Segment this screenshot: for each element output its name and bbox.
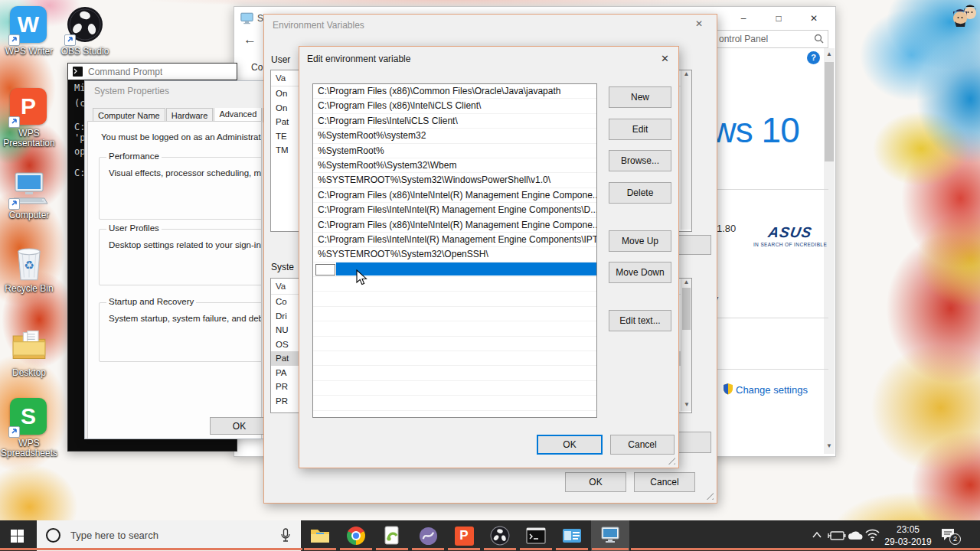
env-ok-button[interactable]: OK xyxy=(565,472,626,492)
desktop-icon-wps-spreadsheets[interactable]: S WPS Spreadsheets xyxy=(0,398,58,458)
path-list-item[interactable]: C:\Program Files (x86)\Intel\iCLS Client… xyxy=(313,99,596,113)
nav-fragment[interactable]: Co xyxy=(251,62,263,73)
desktop-icon-obs-studio[interactable]: OBS Studio xyxy=(56,6,114,57)
desktop-icon-label: Desktop xyxy=(0,368,58,378)
sysprops-ok-button[interactable]: OK xyxy=(210,417,265,435)
desktop-icon-desktop-folder[interactable]: Desktop xyxy=(0,328,58,378)
resize-grip[interactable] xyxy=(667,456,675,465)
empty-row[interactable] xyxy=(313,337,596,351)
path-list-item[interactable]: %SystemRoot%\system32 xyxy=(313,129,596,143)
edit-text-button[interactable]: Edit text... xyxy=(609,310,671,331)
system-table-scrollbar[interactable]: ▲ ▼ xyxy=(681,279,691,411)
close-icon[interactable]: ✕ xyxy=(661,53,669,64)
back-arrow-icon[interactable]: ← xyxy=(243,32,256,47)
path-list-item[interactable]: %SYSTEMROOT%\System32\OpenSSH\ xyxy=(313,247,596,262)
taskbar-system-window-active[interactable] xyxy=(591,520,629,551)
microphone-icon[interactable] xyxy=(280,528,291,543)
file-explorer-icon xyxy=(310,527,330,544)
browse-button[interactable]: Browse... xyxy=(609,150,671,171)
running-indicator xyxy=(556,548,588,550)
user-profiles-group: User Profiles Desktop settings related t… xyxy=(99,229,262,285)
empty-row[interactable] xyxy=(313,366,596,380)
path-list-item[interactable]: C:\Program Files\Intel\iCLS Client\ xyxy=(313,114,596,129)
cpu-speed-fragment: 1.80 xyxy=(717,223,736,234)
change-settings-link[interactable]: Change settings xyxy=(736,384,808,396)
desktop-icon-recycle-bin[interactable]: ♻ Recycle Bin xyxy=(0,243,58,294)
user-table-scrollbar[interactable]: ▲ xyxy=(681,70,691,230)
path-list-item[interactable]: %SYSTEMROOT%\System32\WindowsPowerShell\… xyxy=(313,173,596,187)
window-scrollbar[interactable]: ▲ ▼ xyxy=(824,48,835,454)
mouse-cursor xyxy=(356,269,368,286)
search-placeholder: Type here to search xyxy=(70,530,158,541)
clock[interactable]: 23:05 29-03-2019 xyxy=(880,523,936,548)
new-button[interactable]: New xyxy=(609,86,671,108)
path-list[interactable]: C:\Program Files (x86)\Common Files\Orac… xyxy=(312,83,597,418)
desktop-icon-wps-presentation[interactable]: P WPS Presentation xyxy=(0,88,58,148)
ok-button[interactable]: OK xyxy=(537,435,603,455)
shortcut-arrow-icon xyxy=(8,198,20,210)
taskbar-search-box[interactable]: Type here to search xyxy=(37,520,301,551)
taskbar-file-explorer[interactable] xyxy=(303,520,337,551)
empty-row[interactable] xyxy=(313,321,596,336)
move-down-button[interactable]: Move Down xyxy=(609,262,671,283)
help-icon[interactable]: ? xyxy=(807,51,820,64)
path-list-item[interactable]: C:\Program Files (x86)\Intel\Intel(R) Ma… xyxy=(313,218,596,233)
cancel-button[interactable]: Cancel xyxy=(610,435,675,455)
env-cancel-button[interactable]: Cancel xyxy=(634,472,695,492)
edit-button[interactable]: Edit xyxy=(609,119,671,140)
taskbar-chrome[interactable] xyxy=(339,520,373,551)
tray-date: 29-03-2019 xyxy=(880,536,936,548)
delete-button[interactable]: Delete xyxy=(609,182,671,204)
taskbar-notepad-plus-plus[interactable] xyxy=(375,520,409,551)
empty-row[interactable] xyxy=(313,396,596,410)
wifi-icon[interactable] xyxy=(865,529,880,541)
running-indicator xyxy=(592,548,629,550)
path-list-item[interactable]: %SystemRoot%\System32\Wbem xyxy=(313,158,596,173)
bittorrent-icon xyxy=(419,527,438,546)
empty-row[interactable] xyxy=(313,292,596,306)
folder-icon xyxy=(11,328,47,363)
recycle-bin-icon: ♻ xyxy=(14,243,44,282)
desktop-icon-label: OBS Studio xyxy=(56,47,114,57)
path-list-item[interactable]: %SystemRoot% xyxy=(313,144,596,158)
empty-row[interactable] xyxy=(313,307,596,321)
scroll-up-icon[interactable]: ▲ xyxy=(826,51,832,57)
resize-grip[interactable] xyxy=(705,491,714,500)
scrollbar-thumb[interactable] xyxy=(682,288,691,330)
selection-highlight xyxy=(336,262,596,276)
scrollbar-thumb[interactable] xyxy=(825,62,834,161)
taskbar-obs-studio[interactable] xyxy=(483,520,517,551)
tray-chevron-up-icon[interactable] xyxy=(812,531,822,539)
path-list-item[interactable]: C:\Program Files (x86)\Intel\Intel(R) Ma… xyxy=(313,188,596,203)
taskbar-underline xyxy=(0,548,302,550)
maximize-button[interactable]: □ xyxy=(761,7,796,30)
taskbar-wps-presentation[interactable]: P xyxy=(447,520,481,551)
minimize-button[interactable]: – xyxy=(726,7,761,30)
move-up-button[interactable]: Move Up xyxy=(609,230,671,252)
scroll-down-icon[interactable]: ▼ xyxy=(826,442,832,449)
cmd-titlebar[interactable]: Command Prompt xyxy=(68,64,237,80)
control-panel-search-box[interactable]: ontrol Panel xyxy=(709,30,828,48)
close-icon[interactable]: ✕ xyxy=(695,18,703,29)
path-list-item[interactable]: C:\Program Files\Intel\Intel(R) Manageme… xyxy=(313,203,596,217)
cmd-title: Command Prompt xyxy=(88,67,162,77)
search-text: ontrol Panel xyxy=(719,34,768,44)
path-list-item[interactable]: C:\Program Files\Intel\Intel(R) Manageme… xyxy=(313,233,596,247)
uac-shield-icon xyxy=(722,383,734,395)
taskbar-bittorrent[interactable] xyxy=(411,520,445,551)
system-window-icon xyxy=(240,12,253,24)
taskbar-app[interactable] xyxy=(555,520,589,551)
empty-row[interactable] xyxy=(313,381,596,396)
path-list-item[interactable]: C:\Program Files (x86)\Common Files\Orac… xyxy=(313,84,596,99)
empty-row[interactable] xyxy=(313,351,596,366)
close-button[interactable]: ✕ xyxy=(796,7,831,30)
action-center-icon[interactable]: 2 xyxy=(940,527,959,544)
battery-icon[interactable] xyxy=(828,530,846,542)
taskbar-command-prompt[interactable] xyxy=(519,520,553,551)
desktop-icon-wps-writer[interactable]: W WPS Writer xyxy=(0,6,58,57)
onedrive-cloud-icon[interactable] xyxy=(847,530,864,541)
inline-edit-box[interactable] xyxy=(315,264,335,276)
start-button[interactable] xyxy=(0,520,34,551)
scroll-down-icon[interactable]: ▼ xyxy=(684,401,690,408)
desktop-icon-computer[interactable]: Computer xyxy=(0,170,58,220)
